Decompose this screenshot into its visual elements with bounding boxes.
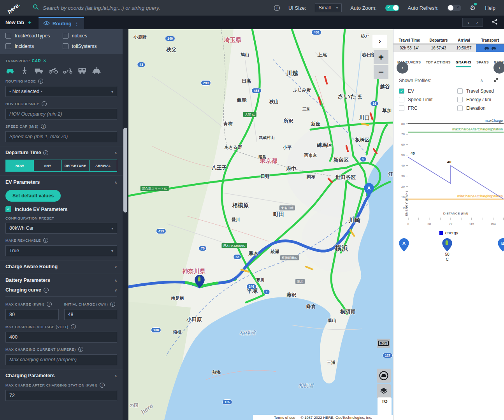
battery-parameters-header[interactable]: Battery Parameters∧: [0, 274, 123, 286]
max-charge-input[interactable]: [5, 309, 59, 320]
option-checkbox-notices[interactable]: notices: [63, 33, 118, 39]
collapse-icon[interactable]: ∧: [480, 78, 483, 83]
profile-checkbox-energy-km[interactable]: Energy / km: [457, 97, 504, 102]
info-icon[interactable]: i: [43, 150, 48, 155]
departure-time-section-header[interactable]: Departure Timei ∧: [0, 146, 123, 159]
profile-checkbox-frc[interactable]: FRC: [399, 105, 457, 111]
map-canvas[interactable]: 埼玉県東京都神奈川県小鹿野秩父鳩山日高飯能青梅上尾杉戸春日部越谷さいたま川口草加…: [128, 29, 393, 420]
terms-of-use-link[interactable]: Terms of use: [274, 415, 295, 420]
scrollbar-thumb[interactable]: [123, 128, 127, 213]
info-icon[interactable]: i: [78, 347, 83, 352]
panel-expand-button[interactable]: ›: [372, 35, 387, 48]
departure-option-any[interactable]: ANY: [33, 160, 61, 171]
max-charge-label: MAX CHARGE (KWH)i: [5, 302, 59, 307]
info-icon[interactable]: i: [100, 383, 105, 388]
add-tab-button[interactable]: +: [28, 19, 32, 26]
new-tab-label[interactable]: New tab: [5, 20, 24, 25]
to-button[interactable]: TO: [378, 397, 392, 416]
bicycle-icon[interactable]: [49, 67, 58, 74]
set-default-values-button[interactable]: Set default values: [5, 190, 61, 202]
shown-profiles-label: Shown Profiles:: [399, 78, 431, 83]
departure-option-departure[interactable]: DEPARTURE: [61, 160, 89, 171]
route-summary-table[interactable]: Travel TimeDepartureArrivalTransport02h …: [393, 37, 504, 52]
charging-parameters-header[interactable]: Charging Parameters∧: [0, 369, 123, 382]
charge-aware-routing-header[interactable]: Charge Aware Routing∨: [0, 260, 123, 273]
option-checkbox-truckRoadTypes[interactable]: truckRoadTypes: [5, 33, 60, 39]
summary-travel-time[interactable]: 02h 53' 14": [393, 44, 425, 52]
waypoint-pin[interactable]: A: [399, 238, 409, 251]
include-ev-parameters-checkbox[interactable]: ✓ Include EV Parameters: [5, 206, 117, 212]
routing-sidebar: truckRoadTypesnoticesincidentstollSystem…: [0, 29, 123, 420]
tab-spans[interactable]: SPANS: [476, 60, 489, 67]
zoom-out-button[interactable]: −: [374, 65, 388, 79]
auto-zoom-toggle[interactable]: [385, 5, 399, 11]
next-route-button[interactable]: ›: [493, 62, 504, 74]
initial-charge-input[interactable]: [64, 309, 118, 320]
settings-gear-icon[interactable]: ⚙: [470, 4, 476, 12]
option-checkbox-incidents[interactable]: incidents: [5, 43, 60, 49]
nav-forward-button[interactable]: ›: [476, 19, 478, 25]
charging-curve-header[interactable]: Charging curvei ∨: [0, 286, 123, 296]
share-icon[interactable]: [492, 19, 498, 26]
truck-icon[interactable]: [34, 67, 44, 74]
waypoint-pin[interactable]: B: [498, 238, 504, 251]
profile-checkbox-elevation[interactable]: Elevation: [457, 105, 504, 111]
tab-tbt-actions[interactable]: TBT ACTIONS: [426, 60, 450, 67]
max-charging-voltage-input[interactable]: [5, 332, 117, 343]
map-base: [128, 29, 393, 420]
info-icon[interactable]: i: [71, 324, 76, 329]
nav-back-button[interactable]: ‹: [467, 19, 469, 25]
info-icon[interactable]: i: [43, 238, 48, 243]
car-icon[interactable]: [5, 67, 15, 74]
scooter-icon[interactable]: [63, 67, 72, 74]
traffic-layer-button[interactable]: [377, 369, 391, 383]
ui-size-select[interactable]: Small▾: [315, 4, 342, 12]
pedestrian-icon[interactable]: [20, 67, 29, 74]
sidebar-scrollbar[interactable]: [123, 29, 128, 420]
tab-routing[interactable]: Routing ⋮: [39, 17, 84, 29]
search-input[interactable]: Search by coords (lat,lng;lat,lng;...) o…: [43, 5, 274, 11]
bus-icon[interactable]: [77, 67, 87, 74]
checkbox-icon: [5, 43, 11, 49]
layers-button[interactable]: [377, 384, 391, 398]
svg-text:154: 154: [490, 222, 496, 226]
zoom-in-button[interactable]: +: [374, 50, 388, 64]
prev-route-button[interactable]: ‹: [397, 62, 408, 74]
info-icon[interactable]: i: [41, 124, 46, 129]
info-icon[interactable]: i: [42, 101, 47, 106]
profile-checkbox-travel-speed[interactable]: Travel Speed: [457, 88, 504, 94]
info-icon[interactable]: i: [44, 288, 49, 293]
make-reachable-select[interactable]: True▾: [5, 245, 117, 256]
svg-text:70: 70: [401, 132, 405, 136]
tab-menu-icon[interactable]: ⋮: [74, 21, 79, 26]
departure-option-arrival[interactable]: ARRIVAL: [89, 160, 117, 171]
help-link[interactable]: Help: [485, 5, 495, 11]
routing-mode-select[interactable]: - Not selected -▾: [5, 86, 117, 97]
summary-transport[interactable]: [476, 44, 504, 52]
speed-cap-input[interactable]: [5, 131, 117, 142]
expand-chart-icon[interactable]: [493, 77, 499, 84]
hov-occupancy-input[interactable]: [5, 109, 117, 119]
tab-graphs[interactable]: GRAPHS: [456, 60, 471, 67]
max-charge-after-station-input[interactable]: [5, 390, 117, 401]
ror-button[interactable]: RoR: [377, 339, 390, 348]
svg-text:60: 60: [401, 143, 405, 146]
departure-option-now[interactable]: NOW: [6, 160, 33, 171]
profile-checkbox-speed-limit[interactable]: Speed Limit: [399, 97, 457, 102]
info-icon[interactable]: i: [110, 302, 115, 307]
charging-station-pin[interactable]: [442, 238, 452, 251]
checkbox-icon: [63, 43, 68, 49]
configuration-preset-select[interactable]: 80kWh Car▾: [5, 223, 117, 234]
info-icon[interactable]: i: [38, 79, 43, 84]
taxi-icon[interactable]: [92, 67, 101, 74]
max-charging-current-input[interactable]: [5, 354, 117, 365]
profile-checkbox-ev[interactable]: ✓EV: [399, 88, 457, 94]
ev-parameters-section-header[interactable]: EV Parameters∧: [0, 176, 123, 188]
info-icon[interactable]: i: [274, 5, 280, 11]
option-checkbox-tollSystems[interactable]: tollSystems: [63, 43, 118, 49]
transport-clear-icon[interactable]: ✕: [43, 58, 47, 63]
info-icon[interactable]: i: [47, 302, 52, 307]
summary-departure[interactable]: 16:57:43: [425, 44, 452, 52]
summary-arrival[interactable]: 19:50:57: [452, 44, 476, 52]
auto-refresh-toggle[interactable]: [447, 5, 461, 11]
